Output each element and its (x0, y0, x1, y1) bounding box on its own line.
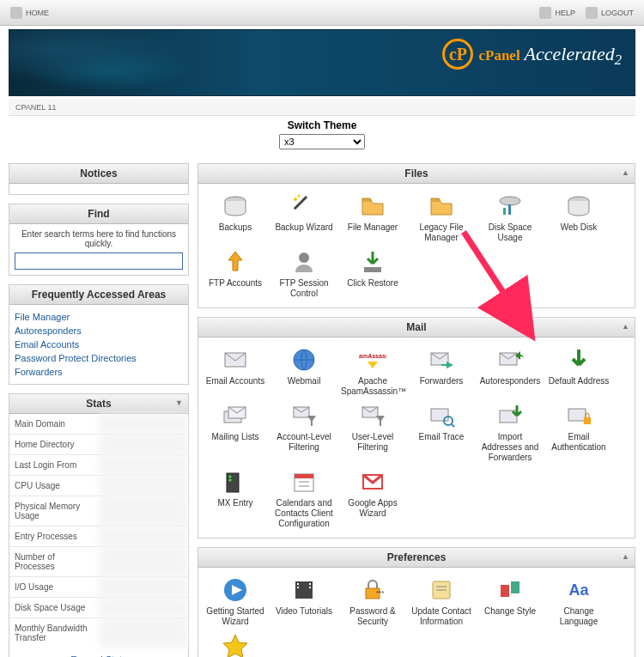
backups[interactable]: Backups (202, 191, 269, 245)
password-security[interactable]: ***Password & Security (339, 575, 406, 629)
ftp-arrow-icon (204, 248, 267, 276)
getting-started[interactable]: Getting Started Wizard (202, 575, 269, 629)
icon-label: Getting Started Wizard (204, 606, 267, 627)
mailing-lists[interactable]: Mailing Lists (202, 400, 269, 465)
film-icon (272, 576, 336, 604)
icon-label: Video Tutorials (272, 606, 336, 617)
freq-link[interactable]: Autoresponders (15, 325, 82, 336)
video-tutorials[interactable]: Video Tutorials (270, 575, 337, 629)
stats-value (99, 598, 188, 618)
logout-link[interactable]: LOGOUT (586, 7, 634, 19)
stats-value (99, 577, 188, 598)
stats-row: CPU Usage (9, 476, 188, 496)
envelopes-icon (204, 402, 267, 429)
icon-label: Backup Wizard (272, 222, 336, 233)
email-auth[interactable]: Email Authentication (545, 400, 612, 465)
change-language[interactable]: AaChange Language (545, 575, 612, 629)
import-addresses[interactable]: Import Addresses and Forwarders (477, 400, 544, 465)
legacy-file-manager[interactable]: Legacy File Manager (408, 191, 475, 245)
icon-label: Backups (204, 222, 267, 233)
svg-rect-5 (503, 208, 506, 215)
icon-label: MX Entry (204, 498, 267, 508)
account-filtering[interactable]: Account-Level Filtering (270, 400, 337, 465)
home-link[interactable]: HOME (10, 7, 49, 19)
email-trace[interactable]: Email Trace (408, 400, 475, 465)
stats-label: Number of Processes (9, 547, 99, 577)
theme-select[interactable]: x3 (279, 134, 365, 149)
icon-label: Change Language (547, 606, 611, 627)
file-manager[interactable]: File Manager (339, 191, 406, 245)
search-input[interactable] (15, 252, 183, 270)
notices-panel: Notices (9, 163, 189, 195)
freq-link[interactable]: Forwarders (15, 367, 63, 377)
mx-entry[interactable]: MX Entry (202, 466, 269, 531)
stats-row: Monthly Bandwidth Transfer (9, 618, 188, 648)
find-header[interactable]: Find (9, 204, 188, 224)
svg-rect-9 (364, 267, 381, 272)
chevron-down-icon[interactable]: ▼ (175, 398, 183, 407)
mail-header[interactable]: Mail▲ (198, 318, 635, 338)
icon-label: Import Addresses and Forwarders (478, 432, 542, 463)
webmail[interactable]: Webmail (270, 344, 337, 398)
stats-value (99, 547, 188, 577)
ftp-session-control[interactable]: FTP Session Control (270, 246, 337, 301)
ftp-accounts[interactable]: FTP Accounts (202, 246, 269, 301)
disk-icon (547, 192, 611, 220)
chevron-up-icon[interactable]: ▲ (622, 552, 629, 561)
spamassassin[interactable]: SpamAssassinApache SpamAssassin™ (339, 344, 406, 398)
files-header[interactable]: Files▲ (198, 164, 635, 184)
svg-point-8 (299, 252, 309, 263)
disk-chart-icon (478, 192, 542, 220)
change-style[interactable]: Change Style (477, 575, 544, 629)
envelope-search-icon (410, 402, 473, 429)
stats-label: Last Login From (9, 455, 99, 476)
switch-theme: Switch Theme x3 (0, 119, 644, 149)
svg-text:***: *** (376, 589, 384, 597)
notices-header[interactable]: Notices (9, 164, 188, 184)
stats-value (99, 496, 188, 526)
shortcuts[interactable]: Shortcuts (202, 630, 269, 657)
wand-icon (272, 192, 336, 220)
user-filtering[interactable]: User-Level Filtering (339, 400, 406, 465)
calendar-contacts[interactable]: Calendars and Contacts Client Configurat… (270, 466, 337, 531)
stats-value (99, 618, 188, 648)
chevron-up-icon[interactable]: ▲ (622, 168, 629, 177)
svg-rect-23 (568, 409, 586, 421)
svg-rect-29 (295, 474, 313, 478)
icon-label: Update Contact Information (410, 606, 473, 627)
freq-link[interactable]: Password Protect Directories (15, 353, 137, 363)
mail-panel: Mail▲ Email AccountsWebmailSpamAssassinA… (197, 317, 635, 538)
prefs-header[interactable]: Preferences▲ (198, 548, 635, 568)
freq-link[interactable]: File Manager (15, 312, 70, 322)
icon-label: Apache SpamAssassin™ (341, 376, 404, 397)
icon-label: Click Restore (341, 278, 404, 289)
disk-space-usage[interactable]: Disk Space Usage (477, 191, 544, 245)
autoresponders[interactable]: Autoresponders (477, 344, 544, 398)
icon-label: Email Accounts (204, 376, 267, 386)
backup-wizard[interactable]: Backup Wizard (270, 191, 337, 245)
arrow-down-icon (547, 346, 611, 374)
web-disk[interactable]: Web Disk (545, 191, 612, 245)
google-apps[interactable]: Google Apps Wizard (339, 466, 406, 531)
icon-label: Google Apps Wizard (341, 498, 404, 519)
topbar: HOME HELP LOGOUT (0, 0, 644, 26)
email-accounts[interactable]: Email Accounts (202, 344, 269, 398)
click-restore[interactable]: Click Restore (339, 246, 406, 301)
icon-label: Email Trace (410, 432, 473, 442)
update-contact[interactable]: Update Contact Information (408, 575, 475, 629)
help-link[interactable]: HELP (539, 7, 575, 19)
default-address[interactable]: Default Address (545, 344, 612, 398)
freq-header[interactable]: Frequently Accessed Areas (9, 285, 188, 305)
stats-label: I/O Usage (9, 577, 99, 598)
ftp-user-icon (272, 248, 336, 276)
svg-rect-38 (309, 587, 311, 588)
stats-header[interactable]: Stats▼ (9, 394, 188, 414)
freq-link[interactable]: Email Accounts (15, 339, 79, 350)
expand-stats-link[interactable]: Expand Stats (9, 648, 188, 657)
forwarders[interactable]: Forwarders (408, 344, 475, 398)
icon-label: Forwarders (410, 376, 473, 386)
switch-theme-label: Switch Theme (0, 119, 644, 131)
icon-label: Web Disk (547, 222, 611, 233)
language-icon: Aa (547, 576, 611, 604)
chevron-up-icon[interactable]: ▲ (622, 322, 629, 331)
